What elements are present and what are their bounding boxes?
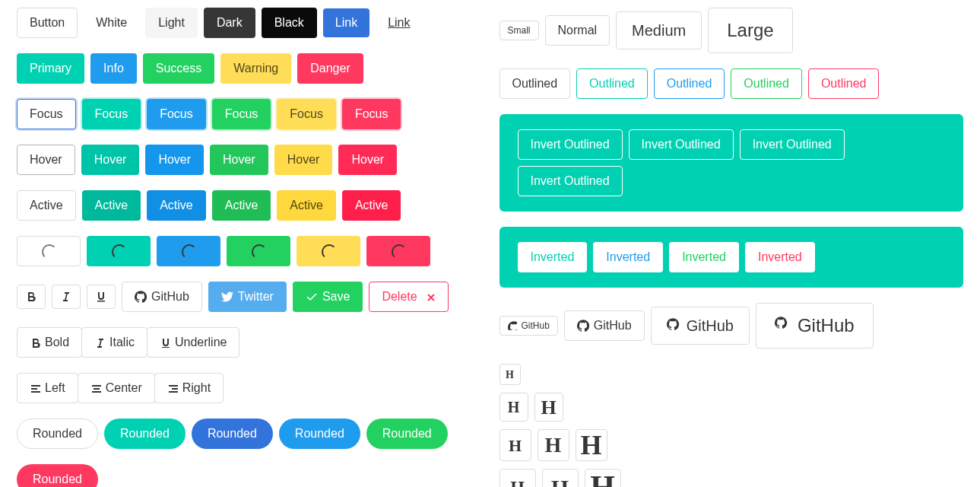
hover-info[interactable]: Hover: [145, 145, 204, 175]
save-button[interactable]: Save: [293, 282, 363, 312]
underline-label: Underline: [175, 333, 227, 352]
underline-button[interactable]: Underline: [147, 327, 239, 358]
hover-primary[interactable]: Hover: [81, 145, 140, 175]
rounded-link[interactable]: Rounded: [192, 419, 273, 449]
button-large[interactable]: Large: [708, 8, 792, 53]
invert-outlined-4[interactable]: Invert Outlined: [518, 166, 623, 196]
loading-danger[interactable]: .: [366, 236, 430, 266]
active-info[interactable]: Active: [147, 190, 206, 221]
rounded-success[interactable]: Rounded: [366, 419, 448, 449]
h-button[interactable]: H: [534, 393, 563, 422]
button-warning[interactable]: Warning: [220, 53, 291, 84]
bold-icon-button[interactable]: [17, 285, 46, 309]
heading-icon: H: [590, 463, 615, 488]
inverted-primary[interactable]: Inverted: [518, 242, 588, 272]
loading-buttons-row: . . . . . .: [17, 236, 481, 266]
focus-success[interactable]: Focus: [212, 99, 271, 129]
button-primary[interactable]: Primary: [17, 53, 84, 84]
delete-label: Delete: [382, 288, 417, 306]
outlined-info[interactable]: Outlined: [654, 68, 725, 99]
h-button[interactable]: H: [500, 429, 531, 461]
inverted-panel: Inverted Inverted Inverted Inverted: [500, 227, 964, 288]
github-medium[interactable]: GitHub: [651, 307, 750, 345]
underline-icon-button[interactable]: [87, 285, 116, 309]
active-success[interactable]: Active: [212, 190, 271, 221]
rounded-buttons-row: Rounded Rounded Rounded Rounded Rounded: [17, 419, 481, 449]
invert-outlined-2[interactable]: Invert Outlined: [629, 129, 734, 160]
color-buttons-row: Primary Info Success Warning Danger: [17, 53, 481, 84]
button-medium[interactable]: Medium: [616, 11, 702, 49]
align-center-button[interactable]: Center: [78, 373, 155, 403]
focus-default[interactable]: Focus: [17, 99, 76, 129]
button-normal[interactable]: Normal: [545, 15, 611, 46]
active-default[interactable]: Active: [17, 190, 76, 221]
focus-info[interactable]: Focus: [147, 99, 206, 129]
button-white[interactable]: White: [84, 8, 139, 37]
button-small[interactable]: Small: [500, 21, 539, 40]
heading-icon: H: [509, 433, 522, 458]
h-button[interactable]: H: [576, 429, 607, 461]
h-button[interactable]: H: [542, 469, 579, 487]
outlined-primary[interactable]: Outlined: [576, 68, 648, 99]
github-small[interactable]: GitHub: [500, 316, 558, 336]
button-info[interactable]: Info: [90, 53, 137, 84]
format-group: Bold Italic Underline: [17, 327, 239, 358]
h-button[interactable]: H: [538, 429, 569, 461]
delete-button[interactable]: Delete: [369, 282, 448, 312]
inverted-danger[interactable]: Inverted: [745, 242, 815, 272]
button-default[interactable]: Button: [17, 8, 78, 38]
github-normal[interactable]: GitHub: [564, 310, 645, 341]
github-large[interactable]: GitHub: [756, 303, 874, 349]
h-button[interactable]: H: [500, 393, 528, 422]
h-row-3: H H H: [500, 429, 964, 461]
twitter-label: Twitter: [238, 288, 274, 306]
button-light[interactable]: Light: [145, 8, 198, 38]
italic-button[interactable]: Italic: [81, 327, 147, 358]
focus-primary[interactable]: Focus: [82, 99, 141, 129]
hover-danger[interactable]: Hover: [338, 145, 397, 175]
align-right-button[interactable]: Right: [154, 373, 224, 403]
rounded-primary[interactable]: Rounded: [104, 419, 186, 449]
hover-warning[interactable]: Hover: [274, 145, 333, 175]
invert-outlined-3[interactable]: Invert Outlined: [740, 129, 845, 160]
focus-danger[interactable]: Focus: [342, 99, 401, 129]
hover-success[interactable]: Hover: [210, 145, 268, 175]
active-primary[interactable]: Active: [82, 190, 141, 221]
rounded-info[interactable]: Rounded: [279, 419, 360, 449]
h-button[interactable]: H: [500, 364, 521, 385]
rounded-default[interactable]: Rounded: [17, 419, 98, 449]
invert-outlined-1[interactable]: Invert Outlined: [518, 129, 623, 160]
rounded-danger[interactable]: Rounded: [17, 464, 98, 487]
italic-icon-button[interactable]: [52, 285, 81, 309]
twitter-button[interactable]: Twitter: [208, 282, 287, 312]
button-dark[interactable]: Dark: [204, 8, 255, 38]
outlined-danger[interactable]: Outlined: [808, 68, 880, 99]
focus-warning[interactable]: Focus: [277, 99, 336, 129]
inverted-success[interactable]: Inverted: [669, 242, 739, 272]
active-danger[interactable]: Active: [342, 190, 401, 221]
heading-icon: H: [545, 429, 562, 461]
button-link-text[interactable]: Link: [376, 8, 422, 37]
outlined-default[interactable]: Outlined: [500, 68, 571, 99]
underline-icon: [95, 291, 107, 303]
bold-button[interactable]: Bold: [17, 327, 82, 358]
github-button[interactable]: GitHub: [122, 282, 202, 312]
outlined-success[interactable]: Outlined: [731, 68, 802, 99]
loading-primary[interactable]: .: [87, 236, 151, 266]
button-black[interactable]: Black: [262, 8, 317, 38]
h-button[interactable]: H: [585, 469, 621, 487]
loading-default[interactable]: .: [17, 236, 81, 266]
icon-buttons-row: GitHub Twitter Save Delete: [17, 282, 481, 312]
h-button[interactable]: H: [500, 469, 536, 487]
github-label: GitHub: [687, 314, 734, 337]
button-success[interactable]: Success: [143, 53, 214, 84]
active-warning[interactable]: Active: [277, 190, 336, 221]
align-left-button[interactable]: Left: [17, 373, 78, 403]
loading-success[interactable]: .: [227, 236, 290, 266]
inverted-info[interactable]: Inverted: [593, 242, 663, 272]
loading-info[interactable]: .: [157, 236, 220, 266]
loading-warning[interactable]: .: [297, 236, 360, 266]
button-danger[interactable]: Danger: [297, 53, 363, 84]
hover-default[interactable]: Hover: [17, 145, 75, 175]
button-link[interactable]: Link: [323, 8, 369, 37]
